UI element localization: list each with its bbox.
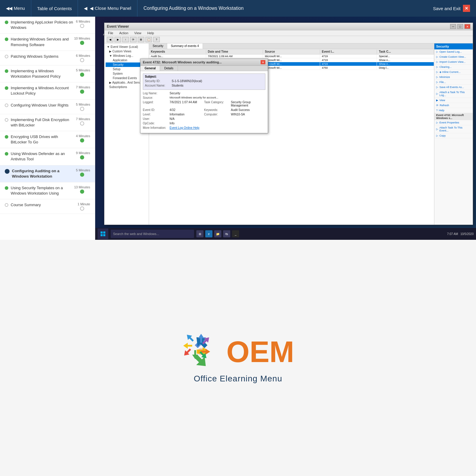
close-x-icon[interactable]: ✕ <box>463 5 470 12</box>
toolbar-up[interactable]: ↑ <box>122 37 129 42</box>
log-name-value: Security <box>170 92 265 95</box>
action-clearing[interactable]: ▷Clearing... <box>434 65 473 70</box>
windows-desktop: Recycle Bin Event Viewer ─ □ ✕ File Acti… <box>95 17 476 240</box>
action-attach-event-task[interactable]: ▷Attach Task To This Event... <box>434 125 473 133</box>
svg-rect-8 <box>101 234 103 236</box>
tab-general[interactable]: General <box>140 66 160 71</box>
toolbar-forward[interactable]: ▶ <box>115 37 121 42</box>
tab-summary[interactable]: Security <box>149 43 167 49</box>
sidebar-item-security-templates[interactable]: Using Security Templates on a Windows Wo… <box>0 182 95 199</box>
action-event-properties[interactable]: ▷Event Properties <box>434 120 473 125</box>
action-minimize[interactable]: ▷Minimize <box>434 75 473 80</box>
clear-icon: ▷ <box>436 65 438 68</box>
view-icon: ▶ <box>436 99 438 102</box>
tree-item-local[interactable]: ▼ Event Viewer (Local) <box>106 45 148 49</box>
opcode-value: Info <box>170 122 265 125</box>
action-refresh[interactable]: ⟳Refresh <box>434 103 473 108</box>
action-file[interactable]: ▷File... <box>434 80 473 85</box>
sidebar-item-label: Encrypting USB Drives with BitLocker To … <box>11 134 74 145</box>
tree-item-custom[interactable]: ▶ Custom Views <box>106 49 148 54</box>
oem-logo-container: OEM Office Elearning Menu <box>182 332 294 383</box>
sidebar-item-hardening[interactable]: Hardening Windows Services and Removing … <box>0 34 95 51</box>
taskbar-search[interactable]: Search the web and Windows... <box>111 230 194 238</box>
sidebar-item-usb-bitlocker[interactable]: Encrypting USB Drives with BitLocker To … <box>0 131 95 148</box>
more-info-link[interactable]: Event Log Online Help <box>170 126 199 129</box>
sidebar-item-user-rights[interactable]: Configuring Windows User Rights 5 Minute… <box>0 100 95 114</box>
toolbar-help[interactable]: ? <box>153 37 160 42</box>
event-viewer-toolbar: ◀ ▶ ↑ ⟳ ⊠ 📋 ? <box>104 36 473 43</box>
sidebar-item-auditing[interactable]: Configuring Auditing on a Windows Workst… <box>0 165 95 182</box>
taskbar-icon-task[interactable]: ⊞ <box>196 230 203 237</box>
taskbar-icon-store[interactable]: 🛍 <box>223 230 230 237</box>
toolbar-back[interactable]: ◀ <box>107 37 113 42</box>
sidebar-item-duration: 5 Minutes <box>74 68 90 77</box>
security-id-label: Security ID: <box>145 79 172 83</box>
taskbar-icon-cmd[interactable]: _ <box>232 230 239 237</box>
action-import-view[interactable]: ▷Import Custom View... <box>434 60 473 65</box>
action-filter[interactable]: ▷◈ Inline Current... <box>434 70 473 75</box>
sidebar-item-defender[interactable]: Using Windows Defender as an Antivirus T… <box>0 148 95 165</box>
action-copy[interactable]: ▷Copy <box>434 133 473 138</box>
menu-help[interactable]: Help <box>146 31 155 35</box>
sidebar-item-duration: 4 Minutes <box>74 134 90 143</box>
sidebar-item-label: Configuring Auditing on a Windows Workst… <box>12 168 74 179</box>
menu-action[interactable]: Action <box>118 31 130 35</box>
filter-icon: ▷ <box>436 71 438 73</box>
minimize-icon: ▷ <box>436 76 438 79</box>
action-save-all[interactable]: ▷Save All Events As... <box>434 85 473 90</box>
row-source: Microsoft Wi... <box>263 58 320 62</box>
sidebar-item-duration: 13 Minutes <box>74 185 90 194</box>
status-dot-green <box>5 186 8 190</box>
row-eventid: 4719 <box>320 54 377 58</box>
col-source: Source <box>263 50 320 54</box>
action-open-saved[interactable]: ▷Open Saved Log... <box>434 49 473 54</box>
toolbar-stop[interactable]: ⊠ <box>138 37 144 42</box>
menu-view[interactable]: View <box>133 31 143 35</box>
refresh-icon: ⟳ <box>436 104 439 107</box>
dialog-title: Event 4732: Microsoft Windows security a… <box>143 60 222 64</box>
table-header: Keywords Date and Time Source Event I...… <box>149 49 434 54</box>
toolbar-refresh[interactable]: ⟳ <box>130 37 137 42</box>
dialog-close-button[interactable]: ✕ <box>261 60 265 64</box>
toc-label: Table of Contents <box>31 0 78 17</box>
action-view[interactable]: ▶View <box>434 98 473 103</box>
minimize-button[interactable]: ─ <box>450 24 456 29</box>
sidebar-item-bitlocker[interactable]: Implementing Full Disk Encryption with B… <box>0 114 95 131</box>
maximize-button[interactable]: □ <box>457 24 463 29</box>
menu-file[interactable]: File <box>107 31 115 35</box>
row-task: Show A... <box>377 62 434 66</box>
taskbar-icon-explorer[interactable]: 📁 <box>214 230 221 237</box>
action-help[interactable]: ?Help <box>434 108 473 113</box>
row-source: Microsoft Wi... <box>263 62 320 66</box>
menu-button[interactable]: ◀ ◀ Menu <box>0 0 31 17</box>
taskbar-icon-ie[interactable]: e <box>205 230 212 237</box>
action-attach-task[interactable]: ▷Attach a Task To This Log... <box>434 90 473 98</box>
top-bar: ◀ ◀ Menu Table of Contents ◀ ◀ Close Men… <box>0 0 476 17</box>
status-dot-green <box>5 69 8 73</box>
start-button[interactable] <box>98 228 108 239</box>
table-row[interactable]: Audit Su... 7/6/2021 1:09:44 AM Microsof… <box>149 54 434 58</box>
toolbar-properties[interactable]: 📋 <box>145 37 152 42</box>
oem-logo-row: OEM <box>182 332 294 371</box>
save-exit-button[interactable]: Save and Exit ✕ <box>427 0 476 17</box>
current-item-dot <box>5 169 10 174</box>
course-title: Configuring Auditing on a Windows Workst… <box>137 6 427 11</box>
svg-rect-7 <box>103 231 105 234</box>
action-create-view[interactable]: ▷Create Custom View... <box>434 54 473 60</box>
status-dot-green <box>5 21 8 24</box>
close-menu-panel-button[interactable]: ◀ ◀ Close Menu Panel <box>78 0 137 17</box>
tab-events[interactable]: Summary of events 4 <box>167 43 203 49</box>
sidebar-item-applocker[interactable]: Implementing AppLocker Policies on Windo… <box>0 17 95 34</box>
user-label: User: <box>143 117 170 120</box>
sidebar-item-patching[interactable]: Patching Windows Systems 6 Minutes <box>0 51 95 65</box>
close-button[interactable]: ✕ <box>464 24 470 29</box>
sidebar-item-summary[interactable]: Course Summary 1 Minute <box>0 199 95 214</box>
sidebar-item-duration: 7 Minutes <box>74 117 90 126</box>
col-task: Task C... <box>377 50 434 54</box>
sidebar-item-label: Implementing a Windows Account Lockout P… <box>11 85 74 96</box>
tree-item-winlogs[interactable]: ▼ Windows Log... <box>106 54 148 58</box>
sidebar-item-lockout[interactable]: Implementing a Windows Account Lockout P… <box>0 82 95 99</box>
dialog-tabs: General Details <box>140 66 268 71</box>
sidebar-item-password-policy[interactable]: Implementing a Windows Workstation Passw… <box>0 65 95 82</box>
tab-details[interactable]: Details <box>160 66 178 71</box>
